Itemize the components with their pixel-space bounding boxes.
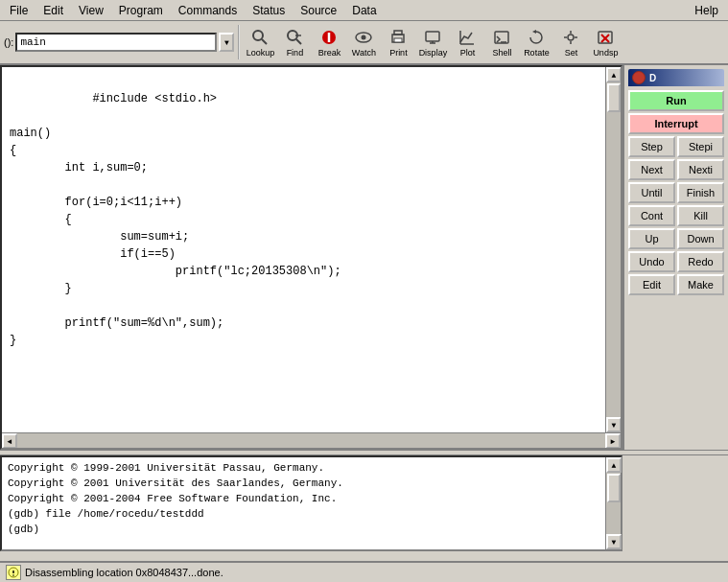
console-wrapper: Copyright © 1999-2001 Universität Passau… xyxy=(0,455,728,561)
function-input-container: (): ▼ xyxy=(4,33,234,52)
print-button[interactable]: Print xyxy=(382,23,414,61)
menu-view[interactable]: View xyxy=(71,2,111,19)
shell-icon xyxy=(492,28,511,47)
svg-point-19 xyxy=(568,35,574,40)
cont-button[interactable]: Cont xyxy=(628,205,675,226)
cont-row: Cont Kill xyxy=(628,205,724,226)
menu-file[interactable]: File xyxy=(2,2,35,19)
plot-icon xyxy=(458,28,477,47)
statusbar: Disassembling location 0x8048437...done. xyxy=(0,561,728,582)
make-button[interactable]: Make xyxy=(677,274,724,295)
code-wrapper: #include <stdio.h> main() { int i,sum=0;… xyxy=(0,65,622,450)
set-button[interactable]: Set xyxy=(554,23,587,61)
console-scroll-up[interactable]: ▲ xyxy=(606,457,622,473)
menu-status[interactable]: Status xyxy=(245,2,293,19)
up-button[interactable]: Up xyxy=(628,228,675,249)
undsp-button[interactable]: Undsp xyxy=(589,23,622,61)
edit-row: Edit Make xyxy=(628,274,724,295)
source-code: #include <stdio.h> main() { int i,sum=0;… xyxy=(10,92,341,347)
svg-rect-12 xyxy=(426,32,439,41)
break-icon xyxy=(319,28,339,47)
lookup-icon xyxy=(250,28,270,47)
step-row: Step Stepi xyxy=(628,136,724,157)
watch-icon xyxy=(354,28,373,47)
code-and-scroll: #include <stdio.h> main() { int i,sum=0;… xyxy=(2,67,621,432)
code-hscrollbar: ◄ ► xyxy=(2,432,621,448)
console-scroll-down[interactable]: ▼ xyxy=(606,534,622,549)
scroll-up-arrow[interactable]: ▲ xyxy=(606,67,621,82)
undsp-icon xyxy=(596,28,615,47)
hscroll-right-arrow[interactable]: ► xyxy=(605,433,621,449)
svg-line-1 xyxy=(262,39,267,44)
set-icon xyxy=(561,28,580,47)
debug-title-text: D xyxy=(649,73,656,83)
undo-button[interactable]: Undo xyxy=(628,251,675,272)
console-content: Copyright © 1999-2001 Universität Passau… xyxy=(2,457,605,549)
watch-button[interactable]: Watch xyxy=(347,23,380,61)
svg-point-29 xyxy=(12,574,14,576)
menu-program[interactable]: Program xyxy=(111,2,171,19)
scroll-down-arrow[interactable]: ▼ xyxy=(606,417,621,432)
status-icon xyxy=(6,565,21,580)
menu-source[interactable]: Source xyxy=(293,2,344,19)
plot-button[interactable]: Plot xyxy=(451,23,483,61)
find-button[interactable]: Find xyxy=(278,23,311,61)
until-row: Until Finish xyxy=(628,182,724,203)
print-icon xyxy=(388,28,408,47)
func-dropdown-button[interactable]: ▼ xyxy=(219,33,234,52)
func-label: (): xyxy=(4,36,13,48)
shell-button[interactable]: Shell xyxy=(485,23,518,61)
next-row: Next Nexti xyxy=(628,159,724,180)
svg-point-0 xyxy=(253,31,263,40)
console-line-1: Copyright © 1999-2001 Universität Passau… xyxy=(8,461,599,477)
toolbar: (): ▼ Lookup Find Break Watch Print xyxy=(0,21,728,65)
run-button[interactable]: Run xyxy=(628,90,724,111)
menu-edit[interactable]: Edit xyxy=(35,2,71,19)
function-input[interactable] xyxy=(15,33,217,52)
hscroll-left-arrow[interactable]: ◄ xyxy=(2,433,17,449)
menu-help[interactable]: Help xyxy=(687,2,726,19)
rotate-icon xyxy=(527,28,546,47)
console-right-spacer xyxy=(622,455,728,561)
step-button[interactable]: Step xyxy=(628,136,675,157)
kill-button[interactable]: Kill xyxy=(677,205,724,226)
rotate-button[interactable]: Rotate xyxy=(520,23,552,61)
toolbar-separator xyxy=(238,25,240,59)
nexti-button[interactable]: Nexti xyxy=(677,159,724,180)
break-button[interactable]: Break xyxy=(313,23,345,61)
svg-rect-10 xyxy=(394,31,402,35)
console-line-5: (gdb) xyxy=(8,523,599,538)
up-row: Up Down xyxy=(628,228,724,249)
scroll-thumb[interactable] xyxy=(607,83,621,112)
code-area: #include <stdio.h> main() { int i,sum=0;… xyxy=(2,67,605,432)
next-button[interactable]: Next xyxy=(628,159,675,180)
status-text: Disassembling location 0x8048437...done. xyxy=(25,567,223,578)
stepi-button[interactable]: Stepi xyxy=(677,136,724,157)
console-area: Copyright © 1999-2001 Universität Passau… xyxy=(0,455,622,551)
console-line-3: Copyright © 2001-2004 Free Software Foun… xyxy=(8,492,599,507)
edit-button[interactable]: Edit xyxy=(628,274,675,295)
console-scroll-thumb[interactable] xyxy=(607,474,621,502)
down-button[interactable]: Down xyxy=(677,228,724,249)
menubar: File Edit View Program Commands Status S… xyxy=(0,0,728,21)
debug-title-bar: D xyxy=(628,69,724,86)
debug-close-button[interactable] xyxy=(632,71,646,84)
svg-line-3 xyxy=(296,39,301,44)
lookup-button[interactable]: Lookup xyxy=(244,23,276,61)
display-icon xyxy=(423,28,442,47)
svg-point-8 xyxy=(362,35,366,39)
finish-button[interactable]: Finish xyxy=(677,182,724,203)
code-content: #include <stdio.h> main() { int i,sum=0;… xyxy=(2,67,605,372)
main-layout: #include <stdio.h> main() { int i,sum=0;… xyxy=(0,65,728,561)
menu-commands[interactable]: Commands xyxy=(171,2,245,19)
interrupt-button[interactable]: Interrupt xyxy=(628,113,724,134)
console-vscrollbar: ▲ ▼ xyxy=(605,457,621,549)
console-line-4: (gdb) file /home/rocedu/testddd xyxy=(8,507,599,523)
undo-row: Undo Redo xyxy=(628,251,724,272)
menu-data[interactable]: Data xyxy=(344,2,384,19)
debug-panel: D Run Interrupt Step Stepi Next Nexti Un… xyxy=(622,65,728,450)
until-button[interactable]: Until xyxy=(628,182,675,203)
redo-button[interactable]: Redo xyxy=(677,251,724,272)
display-button[interactable]: Display xyxy=(416,23,449,61)
console-scroll-track xyxy=(606,473,621,534)
